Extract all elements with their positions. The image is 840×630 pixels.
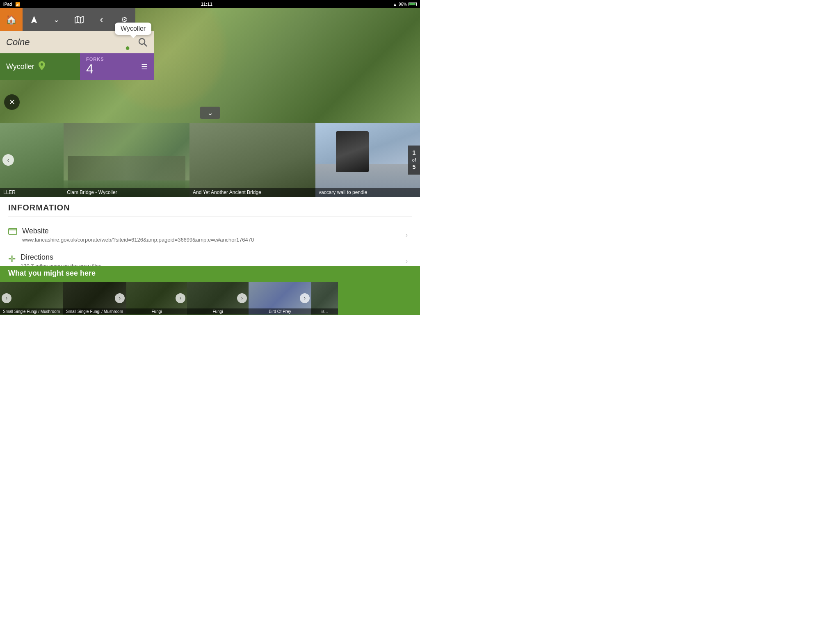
map-tooltip: Wycoller xyxy=(115,23,151,35)
map-pin: ● xyxy=(125,43,130,52)
directions-label: Directions xyxy=(21,253,412,262)
photo-label-3: vaccary wall to pendle xyxy=(315,188,420,197)
website-row[interactable]: Website www.lancashire.gov.uk/corporate/… xyxy=(8,222,412,248)
wildlife-section: What you might see here Small Single Fun… xyxy=(0,266,420,315)
home-button[interactable]: 🏠 xyxy=(0,8,23,31)
wildlife-next-3-button[interactable]: › xyxy=(237,293,247,303)
wildlife-next-4-button[interactable]: › xyxy=(300,293,310,303)
photo-label-2: And Yet Another Ancient Bridge xyxy=(189,188,315,197)
photo-counter: 1 of 5 xyxy=(408,146,420,175)
wildlife-next-1-button[interactable]: › xyxy=(115,293,125,303)
wildlife-label-1: Small Single Fungi / Mushroom xyxy=(63,308,126,315)
photo-prev-button[interactable]: ‹ xyxy=(2,154,14,166)
website-icon xyxy=(8,228,17,237)
location-name-panel[interactable]: Wycoller xyxy=(0,53,80,80)
svg-point-0 xyxy=(139,39,145,44)
wildlife-label-3: Fungi xyxy=(187,308,249,315)
website-url: www.lancashire.gov.uk/corporate/web/?sit… xyxy=(22,237,412,243)
wildlife-item-1[interactable]: Small Single Fungi / Mushroom › xyxy=(63,282,126,315)
wildlife-item-3[interactable]: Fungi › xyxy=(187,282,249,315)
photo-label-1: Clam Bridge - Wycoller xyxy=(64,188,189,197)
forks-label: FORKS xyxy=(86,57,104,62)
wildlife-header: What you might see here xyxy=(0,266,420,281)
svg-line-1 xyxy=(144,43,147,46)
status-time: 11:11 xyxy=(201,2,212,7)
signal-icon: ▲ xyxy=(393,2,397,7)
back-button[interactable]: ‹ xyxy=(90,8,113,31)
photo-item-2[interactable]: And Yet Another Ancient Bridge xyxy=(189,123,315,197)
photo-label-0: LLER xyxy=(0,188,64,197)
svg-rect-2 xyxy=(9,228,17,234)
wildlife-prev-button[interactable]: › xyxy=(2,293,11,303)
wildlife-label-4: Bird Of Prey xyxy=(249,308,311,315)
wildlife-strip: Small Single Fungi / Mushroom › Small Si… xyxy=(0,282,420,315)
search-input[interactable] xyxy=(0,37,131,48)
forks-count: 4 xyxy=(86,62,104,77)
forks-panel[interactable]: FORKS 4 ☰ xyxy=(80,53,154,80)
wildlife-label-0: Small Single Fungi / Mushroom xyxy=(0,308,63,315)
navigate-button[interactable] xyxy=(23,8,45,31)
directions-icon: ✛ xyxy=(8,254,16,265)
wildlife-next-2-button[interactable]: › xyxy=(176,293,185,303)
wildlife-label-2: Fungi xyxy=(126,308,187,315)
status-left: iPad 📶 xyxy=(3,2,20,7)
information-title: INFORMATION xyxy=(8,203,412,217)
website-chevron-icon: › xyxy=(406,231,408,239)
location-bar: Wycoller FORKS 4 ☰ xyxy=(0,53,154,80)
photo-item-3[interactable]: vaccary wall to pendle xyxy=(315,123,420,197)
map-button[interactable] xyxy=(68,8,90,31)
forks-menu-icon[interactable]: ☰ xyxy=(141,62,148,71)
photo-item-1[interactable]: Clam Bridge - Wycoller xyxy=(64,123,189,197)
website-label: Website xyxy=(22,227,412,235)
location-pin-icon xyxy=(39,61,45,72)
wildlife-label-5: is... xyxy=(311,308,338,315)
close-button[interactable]: ✕ xyxy=(4,94,20,110)
wildlife-item-5[interactable]: is... xyxy=(311,282,338,315)
location-name-text: Wycoller xyxy=(6,62,34,71)
wildlife-item-2[interactable]: Fungi › xyxy=(126,282,187,315)
status-bar: iPad 📶 11:11 ▲ 96% xyxy=(0,0,420,8)
wildlife-item-0[interactable]: Small Single Fungi / Mushroom › xyxy=(0,282,63,315)
photo-strip: LLER ‹ Clam Bridge - Wycoller And Yet An… xyxy=(0,123,420,197)
wildlife-item-4[interactable]: Bird Of Prey › xyxy=(249,282,311,315)
dropdown-button[interactable]: ⌄ xyxy=(45,8,68,31)
wildlife-title: What you might see here xyxy=(8,269,412,278)
battery-icon xyxy=(409,2,417,6)
chevron-down-button[interactable]: ⌄ xyxy=(200,107,220,119)
status-right: ▲ 96% xyxy=(393,2,417,7)
photo-item-0[interactable]: LLER ‹ xyxy=(0,123,64,197)
directions-chevron-icon: › xyxy=(406,258,408,265)
